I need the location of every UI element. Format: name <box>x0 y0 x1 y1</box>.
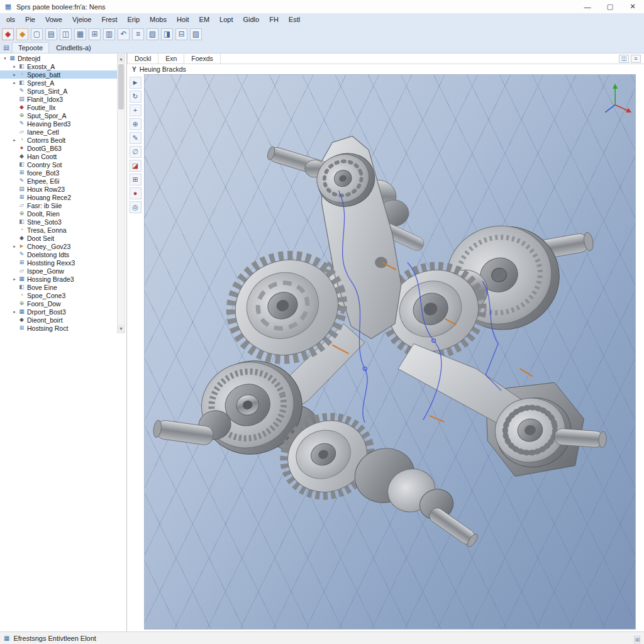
menu-item[interactable]: Pie <box>20 14 40 26</box>
tree-item-label[interactable]: Dieont_boirt <box>26 316 65 324</box>
display-style-icon[interactable]: ◎ <box>130 201 142 213</box>
menu-item[interactable]: ols <box>1 14 20 26</box>
tree-item[interactable]: ▱ Ispoe_Gonw <box>0 267 117 275</box>
tree-expander-icon[interactable]: ▸ <box>11 138 18 143</box>
tree-expander-icon[interactable]: ▸ <box>11 244 18 249</box>
tree-item[interactable]: ▸ ◧ Sprest_A <box>0 79 117 87</box>
tree-scrollbar[interactable]: ▲ ▼ <box>117 54 125 333</box>
tree-expander-icon[interactable]: ▾ <box>2 56 8 61</box>
tree-item-label[interactable]: Choey._Gov23 <box>26 243 73 250</box>
tree-item[interactable]: ▸ ◔ Spoes_batt <box>0 70 117 79</box>
maximize-button[interactable]: ▢ <box>599 0 621 13</box>
menu-item[interactable]: Gidlo <box>238 14 264 26</box>
paste-icon[interactable]: ▥ <box>103 28 115 40</box>
scrollbar-thumb[interactable] <box>118 64 124 109</box>
tree-item-label[interactable]: Spoe_Cone3 <box>26 292 68 299</box>
tree-item-label[interactable]: Houang Rece2 <box>26 194 74 201</box>
tree-expander-icon[interactable]: ▸ <box>11 72 18 77</box>
grid-toggle-icon[interactable]: ⊞ <box>130 174 142 186</box>
tree-item[interactable]: ✎ Heaving Berd3 <box>0 119 117 128</box>
tree-item-label[interactable]: Doot Seit <box>26 235 57 242</box>
tree-item[interactable]: ⊞ foore_Bot3 <box>0 169 117 177</box>
tree-item-label[interactable]: Tresa, Eonna <box>26 226 69 234</box>
tree-item-label[interactable]: Hoststing Rexx3 <box>26 259 77 267</box>
scrollbar-track[interactable] <box>118 63 125 325</box>
tree-item-label[interactable]: Houx Row23 <box>26 186 67 193</box>
tree-item[interactable]: ▸ ◧ Exostx_A <box>0 62 117 70</box>
3d-scene[interactable] <box>144 74 636 630</box>
tree-item[interactable]: ▸ ► Choey._Gov23 <box>0 242 117 250</box>
undo-icon[interactable]: ↶ <box>118 28 130 40</box>
tree-item[interactable]: ▸ ▦ Hossing Brade3 <box>0 275 117 283</box>
options-icon[interactable]: ≡ <box>631 55 641 63</box>
menu-item[interactable]: Erip <box>123 14 145 26</box>
tree-item[interactable]: ◧ Stne_Soto3 <box>0 218 117 226</box>
close-button[interactable]: ✕ <box>621 0 644 13</box>
menu-item[interactable]: Hoit <box>172 14 194 26</box>
tree-item-label[interactable]: Exostx_A <box>26 63 57 70</box>
scroll-down-icon[interactable]: ▼ <box>118 325 125 333</box>
tree-expander-icon[interactable]: ▸ <box>11 309 18 314</box>
document-tab[interactable]: Cindletls-a) <box>50 42 97 53</box>
tree-item[interactable]: ✎ Doelstong Idts <box>0 250 117 258</box>
select-tool-icon[interactable]: ► <box>130 77 142 89</box>
tree-item[interactable]: ◆ Doot Seit <box>0 234 117 242</box>
tree-item-label[interactable]: Han Coott <box>26 153 59 160</box>
tree-item[interactable]: ◆ Han Coott <box>0 152 117 160</box>
tree-item-label[interactable]: Cotorrs Beolt <box>26 136 68 144</box>
save-icon[interactable]: ◫ <box>60 28 72 40</box>
tree-expander-icon[interactable]: ▸ <box>11 277 18 282</box>
tree-item-label[interactable]: Drport_Bost3 <box>26 308 69 316</box>
tree-item[interactable]: ▸ ◔ Cotorrs Beolt <box>0 136 117 144</box>
tree-item-label[interactable]: Ehpee, E6i <box>26 177 62 185</box>
menu-item[interactable]: EM <box>194 14 215 26</box>
export-icon[interactable]: ▨ <box>190 28 202 40</box>
tree-item[interactable]: ⊞ Hostsing Roct <box>0 324 117 332</box>
layout-icon[interactable]: ◫ <box>619 55 629 63</box>
breadcrumb-label[interactable]: Heuing Brackds <box>140 65 186 73</box>
tree-item-label[interactable]: Flanit_Idox3 <box>26 96 65 103</box>
grid-corner-icon[interactable]: ⊞ <box>634 636 640 643</box>
tree-item[interactable]: ● DootG_B63 <box>0 144 117 152</box>
viewport-tab[interactable]: Foexds <box>184 53 220 64</box>
tree-item[interactable]: ◧ Coontry Sot <box>0 160 117 169</box>
tree-item-label[interactable]: Doolt, Rien <box>26 210 62 218</box>
tree-item[interactable]: ▤ Flanit_Idox3 <box>0 95 117 103</box>
tree-item[interactable]: ◔ Tresa, Eonna <box>0 226 117 234</box>
tree-item-label[interactable]: Hostsing Roct <box>26 325 70 332</box>
menu-item[interactable]: FH <box>264 14 284 26</box>
tree-item[interactable]: ▤ Houx Row23 <box>0 185 117 193</box>
new-document-icon[interactable]: ▢ <box>31 28 43 40</box>
tree-item-label[interactable]: Ispoe_Gonw <box>26 267 67 275</box>
tree-item-label[interactable]: Coontry Sot <box>26 161 64 169</box>
tree-item-label[interactable]: Ianee_Cetl <box>26 128 62 136</box>
app-icon[interactable]: ◆ <box>2 28 14 40</box>
zoom-tool-icon[interactable]: ⊕ <box>130 118 142 130</box>
minimize-button[interactable]: — <box>576 0 599 13</box>
table-icon[interactable]: ▧ <box>147 28 158 40</box>
tree-item-label[interactable]: DootG_B63 <box>26 145 64 152</box>
print-icon[interactable]: ▦ <box>74 28 86 40</box>
tree-item-label[interactable]: Doelstong Idts <box>26 251 72 258</box>
sketch-tool-icon[interactable]: ✎ <box>130 132 142 144</box>
tree-item[interactable]: ⊕ Foors_Dow <box>0 299 117 308</box>
menu-item[interactable]: Mobs <box>145 14 172 26</box>
tree-item-label[interactable]: Hossing Brade3 <box>26 275 77 283</box>
tree-item-label[interactable]: Foors_Dow <box>26 300 64 308</box>
3d-model-gearbox[interactable] <box>145 75 635 629</box>
menu-item[interactable]: Frest <box>96 14 122 26</box>
menu-item[interactable]: Estl <box>284 14 305 26</box>
split-view-icon[interactable]: ◨ <box>161 28 173 40</box>
tree-item[interactable]: ▱ Fasr: ib Siie <box>0 201 117 209</box>
tree-item[interactable]: ◆ Foutie_Ilx <box>0 103 117 111</box>
rotate-view-icon[interactable]: ↻ <box>130 91 142 103</box>
scroll-up-icon[interactable]: ▲ <box>118 55 125 63</box>
menu-item[interactable]: Vowe <box>40 14 67 26</box>
tree-item[interactable]: ◧ Bove Eine <box>0 283 117 291</box>
tree-item[interactable]: ⊞ Hoststing Rexx3 <box>0 258 117 267</box>
open-document-icon[interactable]: ▤ <box>45 28 57 40</box>
tree-item[interactable]: ◆ Dieont_boirt <box>0 316 117 324</box>
tree-item[interactable]: ⊕ Sput_Spor_A <box>0 111 117 119</box>
tree-item[interactable]: ✎ Ehpee, E6i <box>0 177 117 185</box>
library-icon[interactable]: ◆ <box>16 28 28 40</box>
